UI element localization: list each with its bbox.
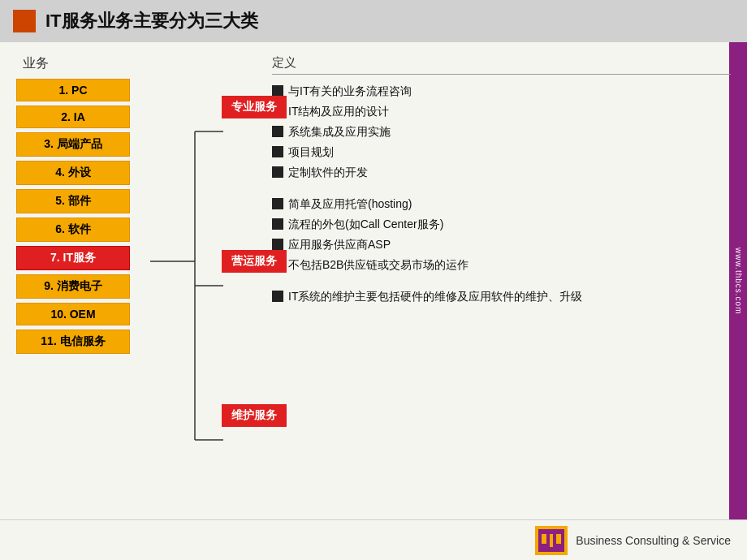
def-item: IT结构及应用的设计 (272, 103, 731, 120)
def-item-text: 应用服务供应商ASP (288, 236, 391, 253)
svg-rect-9 (538, 547, 564, 552)
def-item-text: IT结构及应用的设计 (288, 103, 389, 120)
def-section-professional: 与IT有关的业务流程咨询IT结构及应用的设计系统集成及应用实施项目规划定制软件的… (272, 83, 731, 181)
def-item-text: 与IT有关的业务流程咨询 (288, 83, 412, 100)
def-item: 不包括B2B供应链或交易市场的运作 (272, 256, 731, 274)
def-item-text: IT系统的维护主要包括硬件的维修及应用软件的维护、升级 (288, 288, 582, 305)
svg-rect-8 (538, 529, 564, 534)
def-item: 定制软件的开发 (272, 164, 731, 181)
header: IT服务业务主要分为三大类 (0, 0, 747, 42)
left-column: 业务 1. PC2. IA3. 局端产品4. 外设5. 部件6. 软件7. IT… (16, 55, 150, 511)
bullet-icon (272, 146, 283, 157)
biz-item-5: 5. 部件 (16, 189, 130, 213)
biz-item-7: 7. IT服务 (16, 246, 130, 270)
footer-company-text: Business Consulting & Service (576, 534, 731, 547)
bullet-icon (272, 218, 283, 230)
footer-logo (535, 526, 568, 555)
biz-item-10: 11. 电信服务 (16, 330, 130, 354)
def-item-text: 项目规划 (288, 144, 334, 161)
def-item-text: 定制软件的开发 (288, 164, 368, 181)
biz-item-9: 10. OEM (16, 303, 130, 325)
bullet-icon (272, 239, 283, 250)
def-section-maintenance: IT系统的维护主要包括硬件的维修及应用软件的维护、升级 (272, 288, 731, 305)
right-column: 定义 与IT有关的业务流程咨询IT结构及应用的设计系统集成及应用实施项目规划定制… (256, 55, 731, 511)
biz-item-2: 2. IA (16, 106, 130, 128)
biz-item-3: 3. 局端产品 (16, 132, 130, 157)
service-box-professional: 专业服务 (222, 96, 287, 118)
def-item: 流程的外包(如Call Center服务) (272, 216, 731, 233)
bullet-icon (272, 291, 283, 302)
def-item: 简单及应用托管(hosting) (272, 196, 731, 213)
biz-item-8: 9. 消费电子 (16, 274, 130, 299)
footer: Business Consulting & Service (0, 519, 747, 560)
bullet-icon (272, 198, 283, 209)
def-item-text: 流程的外包(如Call Center服务) (288, 216, 443, 233)
service-box-maintenance: 维护服务 (222, 404, 287, 427)
def-item: 项目规划 (272, 144, 731, 161)
def-divider (272, 74, 731, 75)
column-label-business: 业务 (16, 55, 150, 72)
def-item-text: 不包括B2B供应链或交易市场的运作 (288, 256, 468, 274)
bullet-icon (272, 166, 283, 178)
def-item: 系统集成及应用实施 (272, 123, 731, 140)
business-items-list: 1. PC2. IA3. 局端产品4. 外设5. 部件6. 软件7. IT服务9… (16, 79, 150, 354)
page-title: IT服务业务主要分为三大类 (45, 9, 258, 33)
connector-svg (150, 78, 256, 508)
def-item-text: 简单及应用托管(hosting) (288, 196, 412, 213)
bullet-icon (272, 85, 283, 97)
svg-rect-11 (556, 534, 561, 544)
svg-rect-10 (542, 534, 546, 544)
def-item: IT系统的维护主要包括硬件的维修及应用软件的维护、升级 (272, 288, 731, 305)
header-icon (13, 10, 36, 32)
biz-item-4: 4. 外设 (16, 161, 130, 185)
def-item: 与IT有关的业务流程咨询 (272, 83, 731, 100)
def-section-operations: 简单及应用托管(hosting)流程的外包(如Call Center服务)应用服… (272, 196, 731, 274)
service-box-operations: 营运服务 (222, 250, 287, 273)
biz-item-1: 1. PC (16, 79, 130, 101)
def-label: 定义 (272, 55, 731, 71)
connector-area: 专业服务 营运服务 维护服务 (150, 55, 256, 511)
biz-item-6: 6. 软件 (16, 218, 130, 242)
main-content: 业务 1. PC2. IA3. 局端产品4. 外设5. 部件6. 软件7. IT… (0, 42, 747, 519)
bullet-icon (272, 126, 283, 137)
def-item: 应用服务供应商ASP (272, 236, 731, 253)
def-item-text: 系统集成及应用实施 (288, 123, 391, 140)
